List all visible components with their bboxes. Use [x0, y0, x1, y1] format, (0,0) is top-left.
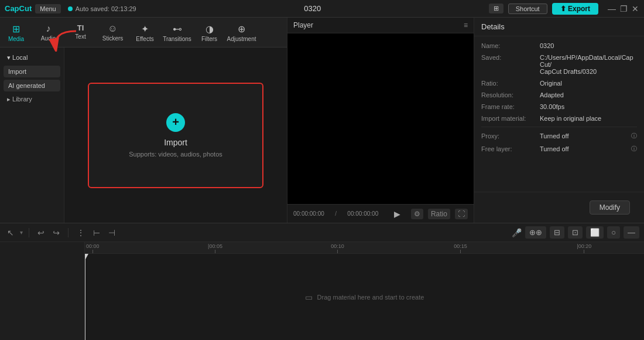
details-divider — [481, 127, 637, 127]
playhead — [85, 254, 85, 340]
project-title: 0320 — [136, 4, 489, 13]
auto-saved-status: Auto saved: 02:13:29 — [68, 5, 136, 12]
media-area: ▾ Local Import AI generated ▸ Library + … — [0, 47, 287, 223]
ruler-mark-0: 00:00 — [86, 243, 100, 253]
toolbar-adjustment[interactable]: ⊕ Adjustment — [225, 21, 258, 45]
toolbar-stickers[interactable]: ☺ Stickers — [97, 21, 129, 45]
detail-label-free-layer: Free layer: — [481, 145, 540, 152]
detail-row-ratio: Ratio: Original — [481, 80, 637, 87]
proxy-info-icon[interactable]: ⓘ — [631, 132, 637, 140]
tl-snap-button[interactable]: ⊕⊕ — [525, 226, 546, 239]
player-area: Player ≡ 00:00:00:00 / 00:00:00:00 ▶ ⚙ R… — [287, 18, 474, 223]
player-total-time: 00:00:00:00 — [347, 210, 378, 217]
main-content: ⊞ Media ♪ Audio TI Text ☺ Stickers ✦ Eff… — [0, 18, 644, 223]
detail-label-resolution: Resolution: — [481, 91, 540, 98]
restore-button[interactable]: ❐ — [619, 5, 628, 13]
tl-link-button[interactable]: ⊟ — [550, 226, 564, 239]
detail-value-resolution: Adapted — [540, 91, 637, 98]
nav-local[interactable]: ▾ Local — [4, 52, 60, 63]
settings-icon[interactable]: ⚙ — [411, 209, 423, 219]
detail-label-ratio: Ratio: — [481, 80, 540, 87]
details-panel: Details Name: 0320 Saved: C:/Users/HP/Ap… — [474, 18, 644, 223]
menu-button[interactable]: Menu — [35, 4, 61, 13]
shortcut-button[interactable]: Shortcut — [508, 4, 547, 14]
toolbar-filters[interactable]: ◑ Filters — [193, 21, 225, 45]
detail-value-framerate: 30.00fps — [540, 103, 637, 110]
detail-row-saved: Saved: C:/Users/HP/AppData/Local/CapCut/… — [481, 54, 637, 75]
player-title: Player — [293, 21, 313, 29]
export-button[interactable]: ⬆ Export — [552, 3, 598, 15]
detail-row-import-material: Import material: Keep in original place — [481, 115, 637, 122]
player-menu-icon[interactable]: ≡ — [464, 21, 468, 29]
drag-hint: ▭ Drag material here and start to create — [305, 293, 424, 302]
bottom-timeline: ↖ ▾ ↩ ↩ ⋮ ⊢ ⊣ 🎤 ⊕⊕ ⊟ ⊡ ⬜ ○ — 00:00 — [0, 223, 644, 340]
detail-row-resolution: Resolution: Adapted — [481, 91, 637, 98]
drag-icon: ▭ — [305, 293, 313, 302]
ai-generated-button[interactable]: AI generated — [4, 80, 60, 91]
drag-hint-text: Drag material here and start to create — [317, 294, 424, 301]
window-controls: — ❐ ✕ — [608, 5, 639, 13]
tl-zoom-slider[interactable]: — — [624, 226, 639, 239]
redo-button[interactable]: ↩ — [50, 227, 62, 239]
import-dropzone[interactable]: + Import Supports: videos, audios, photo… — [88, 83, 263, 188]
audio-icon: ♪ — [46, 23, 51, 34]
detail-value-saved: C:/Users/HP/AppData/Local/CapCut/CapCut … — [540, 54, 637, 75]
app-logo: CapCut — [5, 4, 32, 13]
stickers-icon: ☺ — [108, 23, 117, 34]
mic-icon[interactable]: 🎤 — [512, 228, 522, 237]
toolbar-audio-label: Audio — [41, 35, 56, 42]
top-bar-right-controls: ⊞ Shortcut ⬆ Export — ❐ ✕ — [489, 3, 639, 15]
import-label: Import — [164, 138, 187, 147]
detail-label-saved: Saved: — [481, 54, 540, 75]
adjustment-icon: ⊕ — [238, 23, 245, 35]
ruler-mark-20: |00:20 — [577, 243, 591, 253]
modify-button[interactable]: Modify — [590, 200, 630, 215]
detail-value-proxy: Turned off — [540, 132, 629, 140]
detail-value-free-layer: Turned off — [540, 145, 629, 152]
trim-end-button[interactable]: ⊣ — [106, 227, 118, 239]
toolbar-audio[interactable]: ♪ Audio — [32, 21, 64, 45]
minimize-button[interactable]: — — [608, 5, 616, 13]
fullscreen-icon[interactable]: ⛶ — [455, 209, 468, 219]
monitor-button[interactable]: ⊞ — [489, 4, 503, 13]
detail-label-import-material: Import material: — [481, 115, 540, 122]
toolbar-adjustment-label: Adjustment — [227, 36, 256, 42]
detail-value-ratio: Original — [540, 80, 637, 87]
toolbar-media-label: Media — [8, 36, 24, 42]
close-button[interactable]: ✕ — [631, 5, 639, 13]
import-circle-icon: + — [166, 113, 185, 132]
trim-start-button[interactable]: ⊢ — [91, 227, 102, 239]
cursor-tool-button[interactable]: ↖ — [5, 227, 16, 239]
top-bar: CapCut Menu Auto saved: 02:13:29 0320 ⊞ … — [0, 0, 644, 18]
play-button[interactable]: ▶ — [394, 209, 400, 219]
split-button[interactable]: ⋮ — [74, 227, 87, 239]
timeline-left-strip — [0, 242, 85, 340]
undo-button[interactable]: ↩ — [35, 227, 47, 239]
import-area: + Import Supports: videos, audios, photo… — [64, 47, 287, 223]
detail-value-import-material: Keep in original place — [540, 115, 637, 122]
toolbar-text[interactable]: TI Text — [64, 21, 97, 45]
nav-library[interactable]: ▸ Library — [4, 94, 60, 105]
ratio-button[interactable]: Ratio — [428, 209, 450, 219]
tl-right-controls: ⊕⊕ ⊟ ⊡ ⬜ ○ — — [525, 226, 639, 239]
detail-label-framerate: Frame rate: — [481, 103, 540, 110]
toolbar-transitions[interactable]: ⊷ Transitions — [161, 21, 193, 45]
detail-row-name: Name: 0320 — [481, 42, 637, 49]
player-header: Player ≡ — [287, 18, 474, 33]
ruler-mark-5: |00:05 — [208, 243, 222, 253]
free-layer-info-icon[interactable]: ⓘ — [631, 145, 637, 153]
toolbar-filters-label: Filters — [201, 36, 217, 42]
tl-preview-button[interactable]: ○ — [607, 226, 620, 239]
status-dot — [68, 6, 73, 11]
transitions-icon: ⊷ — [173, 23, 182, 35]
import-nav-button[interactable]: Import — [4, 66, 60, 77]
ruler-mark-15: 00:15 — [454, 243, 467, 253]
tl-thumbnail-button[interactable]: ⬜ — [586, 226, 604, 239]
import-sublabel: Supports: videos, audios, photos — [129, 151, 222, 158]
tl-magnet-button[interactable]: ⊡ — [568, 226, 583, 239]
left-nav: ▾ Local Import AI generated ▸ Library — [0, 47, 64, 223]
detail-label-proxy: Proxy: — [481, 132, 540, 140]
toolbar-effects[interactable]: ✦ Effects — [129, 21, 161, 45]
toolbar-media[interactable]: ⊞ Media — [0, 21, 32, 45]
timeline-toolbar: ↖ ▾ ↩ ↩ ⋮ ⊢ ⊣ 🎤 ⊕⊕ ⊟ ⊡ ⬜ ○ — — [0, 223, 644, 242]
